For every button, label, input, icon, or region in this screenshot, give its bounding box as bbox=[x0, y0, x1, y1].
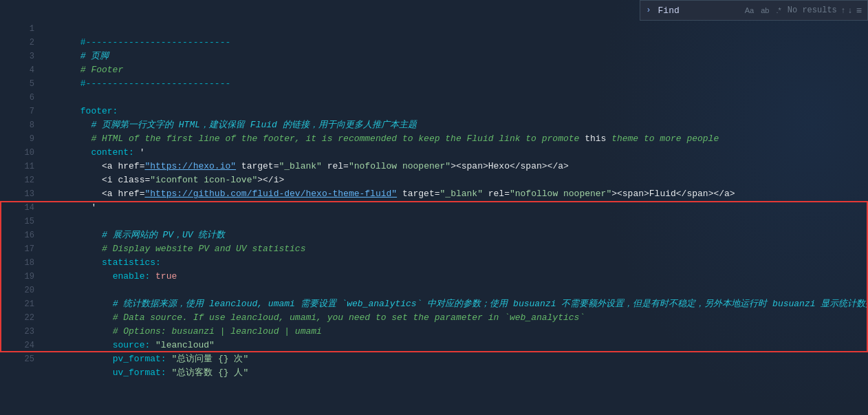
code-line: 21 # Data source. If use leancloud, umam… bbox=[41, 284, 868, 297]
code-line: 13 ' bbox=[41, 173, 868, 187]
code-line: 4 #--------------------------- bbox=[41, 50, 868, 63]
code-line: 2 # 页脚 bbox=[41, 22, 868, 36]
code-line: 9 content: ' bbox=[41, 118, 868, 132]
code-line: 25 uv_format: "总访客数 {} 人" bbox=[41, 339, 868, 352]
find-whole-word-button[interactable]: ab bbox=[759, 6, 771, 15]
code-line: 16 # Display website PV and UV statistic… bbox=[41, 215, 868, 228]
code-line: 24 pv_format: "总访问量 {} 次" bbox=[41, 325, 868, 339]
editor-container: › Find Aa ab .* No results ↑ ↓ ≡ 1 #----… bbox=[0, 0, 868, 415]
code-line: 10 <a href="https://hexo.io" target="_bl… bbox=[41, 132, 868, 146]
code-line: 8 # HTML of the first line of the footer… bbox=[41, 105, 868, 118]
code-line: 20 # 统计数据来源，使用 leancloud, umami 需要设置 `we… bbox=[41, 270, 868, 284]
code-line: 17 statistics: bbox=[41, 228, 868, 242]
code-line: 3 # Footer bbox=[41, 36, 868, 50]
find-prev-button[interactable]: ↑ bbox=[841, 6, 845, 15]
find-arrow-icon: › bbox=[646, 6, 651, 15]
code-line: 15 # 展示网站的 PV，UV 统计数 bbox=[41, 201, 868, 215]
code-area: 1 #--------------------------- 2 # 页脚 3 … bbox=[0, 6, 868, 409]
highlighted-section: 15 # 展示网站的 PV，UV 统计数 16 # Display websit… bbox=[41, 201, 868, 352]
find-menu-button[interactable]: ≡ bbox=[856, 5, 862, 16]
find-options: Aa ab .* bbox=[743, 6, 783, 15]
code-line: 7 # 页脚第一行文字的 HTML，建议保留 Fluid 的链接，用于向更多人推… bbox=[41, 91, 868, 105]
code-line: 6 footer: bbox=[41, 77, 868, 91]
code-line: 18 enable: true bbox=[41, 242, 868, 256]
find-no-results: No results bbox=[788, 6, 837, 15]
find-label: Find bbox=[658, 6, 680, 16]
find-input[interactable] bbox=[684, 6, 739, 16]
code-line: 14 bbox=[41, 187, 868, 201]
find-nav: ↑ ↓ bbox=[841, 6, 852, 15]
find-bar: › Find Aa ab .* No results ↑ ↓ ≡ bbox=[640, 0, 868, 21]
code-line: 5 bbox=[41, 63, 868, 77]
code-line: 11 <i class="iconfont icon-love"></i> bbox=[41, 146, 868, 160]
find-case-sensitive-button[interactable]: Aa bbox=[743, 6, 756, 15]
code-line: 22 # Options: busuanzi | leancloud | uma… bbox=[41, 297, 868, 311]
code-line: 12 <a href="https://github.com/fluid-dev… bbox=[41, 160, 868, 173]
find-next-button[interactable]: ↓ bbox=[848, 6, 852, 15]
code-line: 19 bbox=[41, 256, 868, 270]
code-line: 23 source: "leancloud" bbox=[41, 311, 868, 325]
find-regex-button[interactable]: .* bbox=[774, 6, 783, 15]
